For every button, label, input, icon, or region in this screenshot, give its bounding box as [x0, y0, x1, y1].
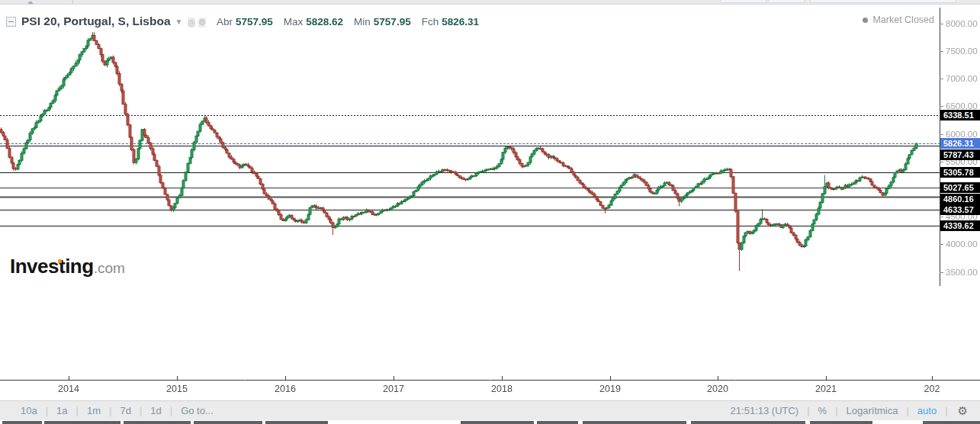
value-number-max: 5828.62	[306, 16, 343, 27]
bottom-edge-segment	[2, 421, 42, 424]
header-icons: ◎⚙	[188, 14, 208, 29]
range-button-10a[interactable]: 10a	[21, 405, 37, 416]
price-level-label: 4633.57	[940, 204, 980, 215]
value-label-min: Min	[354, 16, 371, 27]
value-number-abr: 5757.95	[236, 16, 273, 27]
year-label-2017: 2017	[383, 384, 404, 394]
bottom-edge-segment	[691, 421, 805, 424]
toolbar-separator: |	[170, 405, 172, 416]
price-level-label: 6338.51	[940, 110, 980, 120]
price-tick-label: 8000.00	[946, 18, 978, 29]
toolbar-separator: |	[835, 405, 837, 416]
bottom-edge-segment	[923, 421, 980, 424]
year-label-202: 202	[924, 384, 940, 394]
bottom-edge-segment	[583, 421, 686, 424]
bottom-edge-segment	[265, 421, 328, 424]
chart-application: Investing.com PSI 20, Portugal, S, Lisbo…	[0, 0, 980, 424]
value-label-abr: Abr	[217, 16, 233, 27]
bottom-edge-segment	[461, 421, 534, 424]
value-number-fch: 5826.31	[442, 16, 479, 27]
price-level-label: 4339.62	[940, 220, 980, 231]
indicator-settings-icon[interactable]: ⚙	[198, 18, 206, 27]
price-level-label: 5826.31	[940, 138, 980, 149]
instrument-title[interactable]: PSI 20, Portugal, S, Lisboa	[21, 14, 171, 28]
top-strip-segment	[721, 0, 766, 3]
bottom-edge-segment	[537, 421, 578, 424]
percent-scale-button[interactable]: %	[818, 405, 827, 416]
expand-panel-arrow-icon[interactable]	[27, 1, 34, 4]
bottom-edge-segment	[124, 421, 191, 424]
range-button-1m[interactable]: 1m	[87, 405, 101, 416]
ohlc-values: Abr5757.95Max5828.62Min5757.95Fch5826.31	[217, 16, 490, 27]
toolbar-separator: |	[140, 405, 142, 416]
logarithmic-scale-button[interactable]: Logarítmica	[847, 405, 898, 416]
range-button-1d[interactable]: 1d	[150, 405, 161, 416]
toolbar-separator: |	[945, 405, 947, 416]
chevron-down-icon[interactable]: ▼	[175, 18, 183, 26]
range-button-1a[interactable]: 1a	[56, 405, 67, 416]
bottom-toolbar: 10a|1a|1m|7d|1d|Go to... 21:51:13 (UTC)|…	[0, 400, 980, 420]
collapse-pane-icon[interactable]	[6, 17, 16, 27]
bottom-edge-segment	[44, 421, 120, 424]
bottom-edge-segment	[810, 421, 872, 424]
top-strip-divider	[72, 0, 73, 4]
year-label-2014: 2014	[58, 384, 79, 394]
chart-header: PSI 20, Portugal, S, Lisboa ▼ ◎⚙ Abr5757…	[6, 14, 490, 28]
price-tick-label: 3500.00	[946, 267, 978, 278]
year-label-2016: 2016	[275, 384, 296, 394]
indicator-visibility-icon[interactable]: ◎	[188, 18, 195, 27]
value-label-fch: Fch	[422, 16, 439, 27]
range-button-7d[interactable]: 7d	[120, 405, 130, 416]
price-level-label: 5027.65	[940, 182, 980, 193]
market-status-label: Market Closed	[872, 14, 934, 25]
top-strip-segment	[769, 0, 805, 3]
market-status: Market Closed	[863, 14, 934, 25]
auto-scale-button[interactable]: auto	[917, 405, 937, 416]
status-dot-icon	[863, 18, 868, 23]
price-tick-label: 4000.00	[946, 239, 978, 249]
toolbar-separator: |	[76, 405, 79, 416]
value-number-min: 5757.95	[374, 16, 411, 27]
year-label-2020: 2020	[707, 384, 728, 394]
price-level-label: 4860.16	[940, 194, 980, 204]
minus-glyph	[8, 21, 14, 22]
year-label-2021: 2021	[815, 384, 837, 394]
clock-utc: 21:51:13 (UTC)	[731, 405, 799, 416]
range-buttons: 10a|1a|1m|7d|1d|Go to...	[0, 405, 222, 416]
toolbar-separator: |	[109, 405, 111, 416]
price-tick-label: 7500.00	[946, 46, 978, 56]
toolbar-right-controls: 21:51:13 (UTC)|%|Logarítmica|auto|⚙	[722, 404, 980, 418]
candlestick-chart-canvas[interactable]	[0, 0, 980, 424]
toolbar-separator: |	[906, 405, 908, 416]
goto-button[interactable]: Go to...	[181, 405, 214, 416]
price-level-label: 5305.78	[940, 167, 980, 178]
toolbar-separator: |	[46, 405, 48, 416]
bottom-edge-segment	[194, 421, 262, 424]
year-label-2019: 2019	[599, 384, 621, 394]
top-strip-segment	[810, 0, 956, 3]
settings-gear-icon[interactable]: ⚙	[958, 404, 968, 418]
top-panel-strip	[0, 0, 980, 5]
value-label-max: Max	[284, 16, 304, 27]
year-label-2018: 2018	[491, 384, 512, 394]
price-level-label: 5787.43	[940, 149, 980, 160]
price-tick-label: 7000.00	[946, 73, 978, 84]
year-label-2015: 2015	[166, 384, 188, 394]
toolbar-separator: |	[807, 405, 809, 416]
